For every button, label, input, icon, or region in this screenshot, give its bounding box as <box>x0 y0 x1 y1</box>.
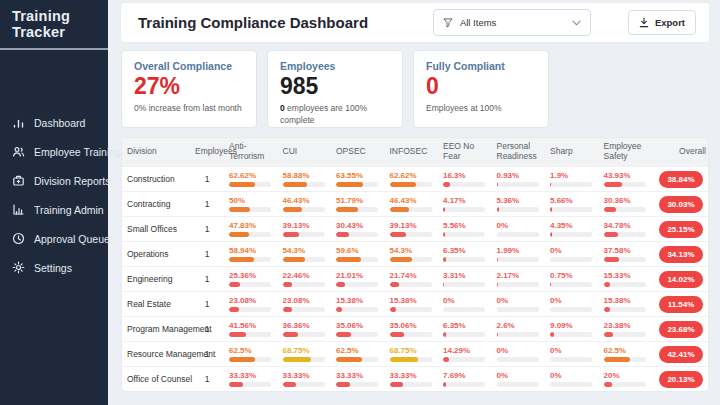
division-name: Small Offices <box>122 224 190 234</box>
progress-bar <box>443 332 485 337</box>
metric-value: 21.74% <box>390 272 439 280</box>
division-name: Operations <box>122 249 190 259</box>
download-icon <box>639 17 649 28</box>
export-button[interactable]: Export <box>628 10 696 35</box>
metric-value: 62.62% <box>229 172 278 180</box>
progress-bar <box>550 357 592 362</box>
sidebar-item-employee-training[interactable]: Employee Training <box>0 137 108 166</box>
metric-cell: 34.78% <box>599 222 653 237</box>
table-row[interactable]: Engineering125.36%22.46%21.01%21.74%3.31… <box>122 266 708 291</box>
metric-value: 9.09% <box>550 322 599 330</box>
metric-cell: 1.9% <box>545 172 599 187</box>
progress-bar-fill <box>443 232 445 237</box>
table-row[interactable]: Program Management141.56%36.36%35.06%35.… <box>122 316 708 341</box>
people-icon <box>12 145 25 158</box>
metric-value: 15.38% <box>390 297 439 305</box>
metric-value: 22.46% <box>283 272 332 280</box>
progress-bar <box>229 382 271 387</box>
progress-bar <box>443 232 485 237</box>
table-row[interactable]: Operations158.94%54.3%59.6%54.3%6.35%1.9… <box>122 241 708 266</box>
table-row[interactable]: Office of Counsel133.33%33.33%33.33%33.3… <box>122 366 708 391</box>
metric-value: 0% <box>550 297 599 305</box>
card-value: 0 <box>426 74 536 98</box>
overall-cell: 25.15% <box>652 221 708 238</box>
progress-bar <box>497 232 539 237</box>
metric-cell: 25.36% <box>224 272 278 287</box>
employee-count: 1 <box>190 224 224 234</box>
metric-value: 21.01% <box>336 272 385 280</box>
table-row[interactable]: Resource Management162.5%68.75%62.5%68.7… <box>122 341 708 366</box>
overall-badge: 30.03% <box>659 196 703 213</box>
metric-cell: 33.33% <box>331 372 385 387</box>
progress-bar <box>229 332 271 337</box>
progress-bar <box>390 207 432 212</box>
card-overall-compliance: Overall Compliance 27% 0% increase from … <box>121 50 257 128</box>
metric-value: 2.6% <box>497 322 546 330</box>
progress-bar-fill <box>229 257 254 262</box>
metric-cell: 62.5% <box>599 347 653 362</box>
progress-bar-fill <box>336 232 349 237</box>
metric-value: 68.75% <box>390 347 439 355</box>
metric-value: 1.99% <box>497 247 546 255</box>
metric-value: 5.36% <box>497 197 546 205</box>
metric-cell: 33.33% <box>385 372 439 387</box>
table-row[interactable]: Contracting150%46.43%51.79%46.43%4.17%5.… <box>122 191 708 216</box>
progress-bar <box>283 282 325 287</box>
division-name: Resource Management <box>122 349 190 359</box>
sidebar-item-label: Division Reports <box>34 175 110 187</box>
filter-dropdown[interactable]: All Items <box>433 9 591 36</box>
progress-bar-fill <box>229 282 240 287</box>
metric-value: 16.3% <box>443 172 492 180</box>
sidebar-item-approval-queue[interactable]: Approval Queue <box>0 224 108 253</box>
employee-count: 1 <box>190 249 224 259</box>
metric-cell: 39.13% <box>385 222 439 237</box>
metric-cell: 1.99% <box>492 247 546 262</box>
progress-bar-fill <box>550 182 551 187</box>
progress-bar-fill <box>283 207 303 212</box>
card-subtitle: 0% increase from last month <box>134 103 244 114</box>
metric-cell: 51.79% <box>331 197 385 212</box>
sidebar-item-settings[interactable]: Settings <box>0 253 108 282</box>
division-name: Program Management <box>122 324 190 334</box>
progress-bar <box>283 207 325 212</box>
metric-cell: 43.93% <box>599 172 653 187</box>
table-row[interactable]: Small Offices147.83%39.13%30.43%39.13%5.… <box>122 216 708 241</box>
overall-badge: 23.68% <box>659 321 703 338</box>
metric-cell: 4.35% <box>545 222 599 237</box>
progress-bar <box>550 282 592 287</box>
progress-bar-fill <box>283 182 308 187</box>
metric-cell: 33.33% <box>278 372 332 387</box>
chart-axis-icon <box>12 203 25 216</box>
metric-value: 33.33% <box>283 372 332 380</box>
overall-cell: 23.68% <box>652 321 708 338</box>
progress-bar-fill <box>550 332 554 337</box>
sidebar-item-division-reports[interactable]: Division Reports <box>0 166 108 195</box>
table-row[interactable]: Real Estate123.08%23.08%15.38%15.38%0%0%… <box>122 291 708 316</box>
progress-bar-fill <box>283 382 297 387</box>
metric-cell: 46.43% <box>385 197 439 212</box>
metric-value: 58.94% <box>229 247 278 255</box>
metric-value: 59.6% <box>336 247 385 255</box>
main-content: Training Compliance Dashboard All Items … <box>108 0 720 405</box>
overall-badge: 20.13% <box>659 371 703 388</box>
overall-badge: 34.13% <box>659 246 703 263</box>
progress-bar-fill <box>336 182 363 187</box>
progress-bar-fill <box>336 332 351 337</box>
metric-cell: 0% <box>492 372 546 387</box>
sidebar-item-dashboard[interactable]: Dashboard <box>0 108 108 137</box>
card-value: 27% <box>134 74 244 98</box>
sidebar-item-training-admin[interactable]: Training Admin <box>0 195 108 224</box>
progress-bar-fill <box>443 357 449 362</box>
progress-bar <box>550 332 592 337</box>
metric-cell: 0% <box>545 247 599 262</box>
division-name: Office of Counsel <box>122 374 190 384</box>
progress-bar <box>550 257 592 262</box>
table-header-row: DivisionEmployeesAnti-TerrorismCUIOPSECI… <box>122 138 708 166</box>
progress-bar <box>390 307 432 312</box>
progress-bar <box>336 282 378 287</box>
metric-cell: 0.75% <box>545 272 599 287</box>
progress-bar-fill <box>604 382 612 387</box>
metric-value: 4.35% <box>550 222 599 230</box>
division-name: Contracting <box>122 199 190 209</box>
table-row[interactable]: Construction162.62%58.88%63.55%62.62%16.… <box>122 166 708 191</box>
